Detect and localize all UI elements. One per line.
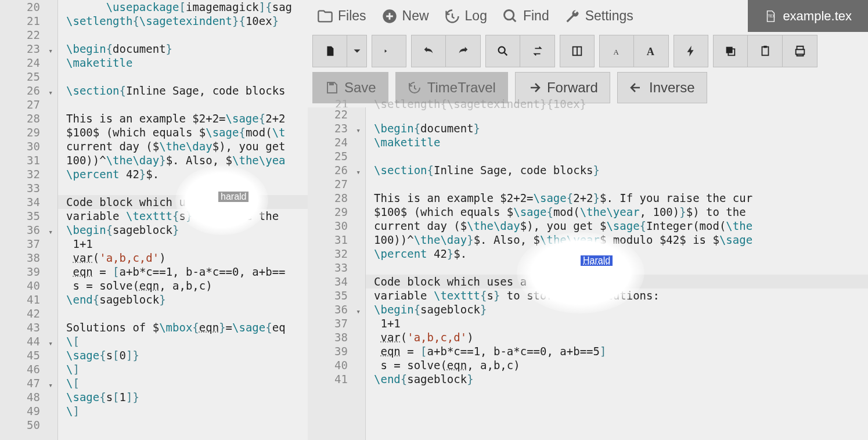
code-line[interactable]: var('a,b,c,d') — [58, 251, 308, 265]
line-number[interactable]: 45 — [0, 348, 57, 362]
line-number[interactable]: 38 — [0, 251, 57, 265]
line-number[interactable]: 48 — [0, 390, 57, 404]
code-line[interactable]: Code block which uses a — [58, 195, 308, 209]
code-line[interactable]: variable \texttt{s} to store the solutio… — [366, 288, 868, 302]
line-number[interactable]: 32 — [0, 167, 57, 181]
code-line[interactable]: current day ($\the\day$), you get $\sage… — [366, 219, 868, 233]
tab-files[interactable]: Files — [314, 6, 370, 27]
line-number[interactable]: 24 — [0, 56, 57, 70]
code-line[interactable]: \percent 42}$. — [58, 167, 308, 181]
redo-button[interactable] — [446, 35, 481, 67]
line-number[interactable]: 24 — [308, 135, 365, 149]
line-number[interactable]: 38 — [308, 330, 365, 344]
line-number[interactable]: 33 — [308, 261, 365, 275]
code-line[interactable] — [366, 177, 868, 191]
line-number[interactable]: 23▾ — [0, 42, 57, 56]
code-line[interactable]: 100))^\the\day}$. Also, $\the\yea — [58, 153, 308, 167]
code-line[interactable]: \setlength{\sagetexindent}{10ex} — [58, 14, 308, 28]
line-number[interactable]: 34 — [0, 195, 57, 209]
line-number[interactable]: 35 — [0, 209, 57, 223]
line-number[interactable]: 37 — [308, 316, 365, 330]
line-number[interactable]: 21 — [0, 14, 57, 28]
code-line[interactable]: \[ — [58, 334, 308, 348]
line-number[interactable]: 23▾ — [308, 121, 365, 135]
code-line[interactable]: $100$ (which equals $\sage{mod(\t — [58, 125, 308, 139]
line-number[interactable]: 41 — [308, 372, 365, 386]
code-line[interactable]: 1+1 — [58, 237, 308, 251]
code-line[interactable] — [58, 306, 308, 320]
code-line[interactable]: \begin{sageblock} — [58, 223, 308, 237]
code-line[interactable]: current day ($\the\day$), you get — [58, 139, 308, 153]
code-line[interactable]: eqn = [a+b*c==1, b-a*c==0, a+b==5] — [366, 344, 868, 358]
line-number[interactable]: 39 — [0, 265, 57, 279]
line-number[interactable]: 25 — [0, 70, 57, 84]
tab-new[interactable]: New — [378, 6, 433, 27]
tab-find[interactable]: Find — [499, 6, 553, 27]
tab-log[interactable]: Log — [441, 6, 491, 27]
undo-button[interactable] — [411, 35, 446, 67]
code-line[interactable] — [366, 261, 868, 275]
tab-settings[interactable]: Settings — [561, 6, 637, 27]
code-line[interactable]: \] — [58, 404, 308, 418]
code-line[interactable]: 1+1 — [366, 316, 868, 330]
line-number[interactable]: 33 — [0, 181, 57, 195]
line-number[interactable]: 41 — [0, 293, 57, 306]
code-line[interactable]: \[ — [58, 376, 308, 390]
code-line[interactable]: s = solve(eqn, a,b,c) — [58, 279, 308, 293]
code-line[interactable]: Solutions of $\mbox{eqn}=\sage{eq — [58, 320, 308, 334]
left-code-area[interactable]: \usepackage[imagemagick]{sag\setlength{\… — [58, 0, 308, 440]
line-number[interactable]: 39 — [308, 344, 365, 358]
code-line[interactable]: \maketitle — [58, 56, 308, 70]
line-number[interactable]: 44▾ — [0, 334, 57, 348]
line-number[interactable]: 31 — [308, 233, 365, 247]
code-line[interactable]: \begin{document} — [58, 42, 308, 56]
line-number[interactable]: 37 — [0, 237, 57, 251]
file-tab-active[interactable]: TEX example.tex — [748, 0, 868, 32]
code-line[interactable]: \end{sageblock} — [366, 372, 868, 386]
code-line[interactable]: variable \texttt{s} to store the — [58, 209, 308, 223]
code-line[interactable] — [58, 28, 308, 42]
line-number[interactable]: 27 — [308, 177, 365, 191]
line-number[interactable]: 26▾ — [308, 163, 365, 177]
code-line[interactable]: \sage{s[1]} — [58, 390, 308, 404]
line-number[interactable]: 26▾ — [0, 84, 57, 98]
code-line[interactable]: \section{Inline Sage, code blocks} — [366, 163, 868, 177]
copy-button[interactable] — [713, 35, 748, 67]
font-small-button[interactable]: A — [599, 35, 634, 67]
code-line[interactable]: \end{sageblock} — [58, 293, 308, 306]
inverse-button[interactable]: Inverse — [617, 72, 707, 103]
line-number[interactable]: 20 — [0, 0, 57, 14]
code-line[interactable] — [58, 70, 308, 84]
line-number[interactable]: 49 — [0, 404, 57, 418]
line-number[interactable]: 47▾ — [0, 376, 57, 390]
code-line[interactable]: \] — [58, 362, 308, 376]
line-number[interactable]: 30 — [308, 219, 365, 233]
search-button[interactable] — [485, 35, 520, 67]
code-line[interactable]: \usepackage[imagemagick]{sag — [58, 0, 308, 14]
line-number[interactable]: 36▾ — [0, 223, 57, 237]
code-line[interactable]: This is an example $2+2=\sage{2+2 — [58, 111, 308, 125]
line-number[interactable]: 22 — [308, 107, 365, 121]
code-line[interactable] — [366, 149, 868, 163]
line-number[interactable]: 34 — [308, 275, 365, 288]
line-number[interactable]: 35 — [308, 288, 365, 302]
code-line[interactable]: s = solve(eqn, a,b,c) — [366, 358, 868, 372]
code-line[interactable]: \percent 42}$. — [366, 247, 868, 261]
line-number[interactable]: 28 — [308, 191, 365, 205]
line-number[interactable]: 28 — [0, 111, 57, 125]
code-line[interactable] — [58, 98, 308, 111]
code-line[interactable] — [58, 181, 308, 195]
code-line[interactable]: 100))^\the\day}$. Also, $\the\year$ modu… — [366, 233, 868, 247]
replace-button[interactable] — [520, 35, 555, 67]
line-number[interactable]: 43 — [0, 320, 57, 334]
code-line[interactable]: eqn = [a+b*c==1, b-a*c==0, a+b== — [58, 265, 308, 279]
line-number[interactable]: 40 — [308, 358, 365, 372]
font-large-button[interactable]: A — [634, 35, 669, 67]
line-number[interactable]: 40 — [0, 279, 57, 293]
line-number[interactable]: 30 — [0, 139, 57, 153]
document-menu-button[interactable] — [312, 35, 347, 67]
line-number[interactable]: 31 — [0, 153, 57, 167]
code-line[interactable]: \section{Inline Sage, code blocks — [58, 84, 308, 98]
print-button[interactable] — [783, 35, 817, 67]
dropdown-button[interactable] — [347, 35, 367, 67]
